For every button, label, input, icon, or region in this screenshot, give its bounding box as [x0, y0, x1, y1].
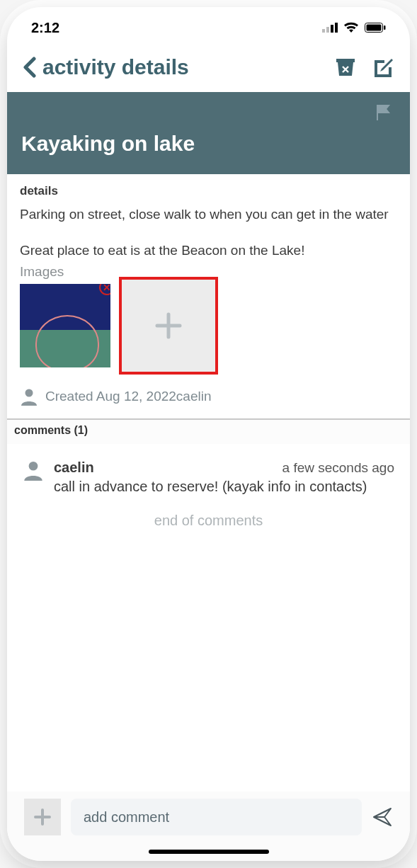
person-icon [23, 459, 44, 481]
comment-text: call in advance to reserve! (kayak info … [54, 477, 394, 496]
person-icon [20, 387, 38, 406]
end-of-comments: end of comments [7, 498, 410, 557]
page-title: activity details [42, 55, 189, 79]
comment-item: caelin a few seconds ago call in advance… [7, 444, 410, 498]
svg-rect-1 [326, 27, 329, 33]
svg-point-7 [25, 389, 33, 396]
comment-author: caelin [54, 459, 94, 476]
status-indicators [322, 22, 386, 33]
details-label: details [20, 184, 397, 198]
svg-rect-0 [322, 29, 325, 33]
created-meta: Created Aug 12, 2022caelin [20, 387, 397, 406]
send-icon[interactable] [372, 806, 393, 828]
svg-rect-5 [367, 25, 382, 31]
plus-icon [150, 307, 187, 344]
back-icon[interactable] [21, 57, 40, 78]
svg-rect-2 [331, 25, 333, 33]
remove-image-icon[interactable]: ✕ [99, 284, 110, 295]
created-text: Created Aug 12, 2022caelin [45, 389, 212, 404]
details-body: Parking on street, close walk to when yo… [20, 205, 397, 260]
comment-input[interactable] [71, 799, 362, 835]
add-image-button[interactable] [119, 277, 218, 375]
plus-icon [32, 806, 53, 828]
details-section: details Parking on street, close walk to… [7, 174, 410, 418]
archive-icon[interactable] [335, 57, 356, 77]
image-thumbnail[interactable]: ✕ [20, 284, 110, 367]
phone-frame: 2:12 activity details Kayaking on lake d… [7, 7, 410, 861]
svg-rect-3 [335, 23, 338, 33]
battery-icon [365, 23, 386, 33]
svg-point-8 [29, 462, 38, 471]
nav-bar: activity details [7, 41, 410, 92]
flag-icon[interactable] [375, 103, 393, 122]
wifi-icon [343, 22, 359, 33]
composer-add-button[interactable] [24, 799, 61, 835]
activity-title: Kayaking on lake [21, 132, 396, 156]
status-time: 2:12 [31, 20, 59, 36]
hero-banner: Kayaking on lake [7, 92, 410, 174]
images-row: ✕ [20, 284, 397, 375]
home-indicator[interactable] [149, 850, 269, 854]
edit-icon[interactable] [372, 57, 393, 77]
comments-header: comments (1) [7, 420, 410, 444]
status-bar: 2:12 [7, 7, 410, 41]
svg-rect-6 [384, 25, 386, 30]
comment-time: a few seconds ago [282, 460, 394, 476]
cellular-icon [322, 23, 338, 33]
